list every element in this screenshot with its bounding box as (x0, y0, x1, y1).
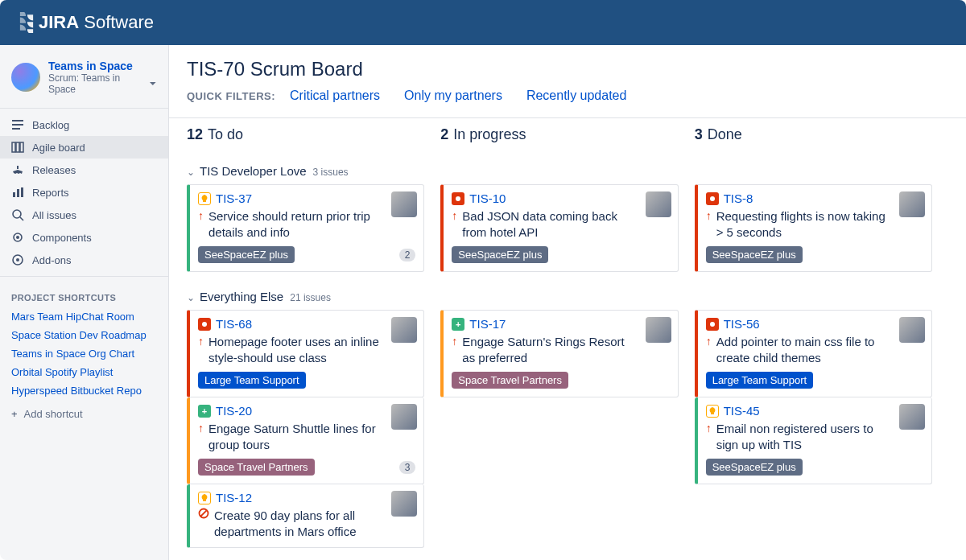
issue-key[interactable]: TIS-12 (216, 491, 252, 504)
divider (0, 276, 168, 277)
issue-summary: Homepage footer uses an inline style-sho… (208, 334, 415, 365)
epic-badge[interactable]: Large Team Support (198, 372, 306, 389)
assignee-avatar[interactable] (899, 404, 925, 430)
svg-rect-2 (12, 128, 20, 130)
svg-rect-0 (12, 120, 23, 121)
epic-badge[interactable]: SeeSpaceEZ plus (706, 459, 803, 476)
issue-card[interactable]: TIS-56↑Add pointer to main css file to c… (695, 310, 932, 397)
column: TIS-37↑Service should return prior trip … (187, 184, 440, 278)
sidebar: Teams in Space Scrum: Teams in Space Bac… (0, 45, 169, 560)
chevron-down-icon (149, 80, 157, 88)
jira-logo: JIRA Software (16, 12, 154, 33)
shortcut-link[interactable]: Mars Team HipChat Room (0, 307, 168, 326)
issue-key[interactable]: TIS-10 (469, 191, 506, 205)
issue-card[interactable]: TIS-10↑Bad JSON data coming back from ho… (440, 184, 678, 272)
issue-card[interactable]: TIS-37↑Service should return prior trip … (187, 184, 424, 272)
issue-card[interactable]: TIS-12Create 90 day plans for all depart… (187, 484, 424, 548)
issue-summary: Engage Saturn's Rings Resort as preferre… (462, 334, 669, 365)
epic-badge[interactable]: Space Travel Partners (452, 372, 568, 389)
sidebar-item-agile-board[interactable]: Agile board (0, 136, 168, 159)
issue-key[interactable]: TIS-68 (216, 317, 252, 331)
svg-rect-8 (17, 189, 19, 197)
swimlane-header[interactable]: ⌄TIS Developer Love3 issues (187, 164, 948, 178)
sidebar-item-components[interactable]: Components (0, 226, 168, 249)
svg-point-10 (13, 210, 21, 218)
issue-summary: Add pointer to main css file to create c… (716, 334, 923, 365)
svg-line-20 (200, 510, 207, 517)
shortcut-link[interactable]: Teams in Space Org Chart (0, 344, 168, 363)
app-header: JIRA Software (0, 0, 966, 45)
issue-key[interactable]: TIS-56 (724, 317, 760, 331)
svg-rect-6 (17, 166, 19, 169)
chart-icon (11, 186, 24, 199)
assignee-avatar[interactable] (646, 191, 671, 217)
issue-key[interactable]: TIS-37 (216, 191, 252, 205)
issue-card[interactable]: TIS-45↑Email non registered users to sig… (695, 397, 932, 484)
issue-summary: Engage Saturn Shuttle lines for group to… (208, 421, 415, 452)
project-header[interactable]: Teams in Space Scrum: Teams in Space (0, 55, 168, 103)
project-name: Teams in Space (48, 60, 157, 72)
board-title: TIS-70 Scrum Board (187, 58, 948, 80)
issue-key[interactable]: TIS-45 (724, 404, 760, 418)
idea-icon (198, 492, 211, 504)
board-main: TIS-70 Scrum Board QUICK FILTERS: Critic… (169, 45, 966, 560)
assignee-avatar[interactable] (391, 491, 417, 517)
sidebar-item-all-issues[interactable]: All issues (0, 204, 168, 226)
assignee-avatar[interactable] (899, 317, 925, 343)
priority-high-icon: ↑ (198, 334, 204, 348)
sidebar-item-reports[interactable]: Reports (0, 181, 168, 204)
issue-card[interactable]: TIS-8↑Requesting flights is now taking >… (695, 184, 932, 272)
sidebar-item-releases[interactable]: Releases (0, 159, 168, 181)
svg-rect-7 (13, 192, 15, 197)
plus-icon: + (11, 408, 18, 420)
bug-icon (198, 318, 211, 331)
shortcuts-heading: PROJECT SHORTCUTS (0, 282, 168, 307)
shortcut-link[interactable]: Orbital Spotify Playlist (0, 363, 168, 381)
assignee-avatar[interactable] (391, 404, 417, 430)
sidebar-item-add-ons[interactable]: Add-ons (0, 249, 168, 271)
column: TIS-8↑Requesting flights is now taking >… (695, 184, 948, 278)
issue-card[interactable]: +TIS-20↑Engage Saturn Shuttle lines for … (187, 397, 424, 484)
issue-key[interactable]: TIS-17 (469, 317, 506, 331)
issue-key[interactable]: TIS-20 (216, 404, 252, 418)
quick-filters-label: QUICK FILTERS: (187, 90, 275, 102)
priority-high-icon: ↑ (198, 421, 204, 435)
subtask-count: 3 (399, 461, 416, 474)
epic-badge[interactable]: Space Travel Partners (198, 459, 315, 476)
shortcut-link[interactable]: Hyperspeed Bitbucket Repo (0, 381, 168, 400)
issue-card[interactable]: TIS-68↑Homepage footer uses an inline st… (187, 310, 424, 397)
ship-icon (11, 163, 24, 176)
epic-badge[interactable]: SeeSpaceEZ plus (198, 246, 295, 263)
assignee-avatar[interactable] (899, 191, 925, 217)
swimlane-header[interactable]: ⌄Everything Else21 issues (187, 290, 948, 303)
column-header: 12To do (187, 126, 424, 143)
quick-filter[interactable]: Only my partners (404, 89, 502, 102)
assignee-avatar[interactable] (646, 317, 671, 343)
sidebar-item-backlog[interactable]: Backlog (0, 113, 168, 136)
quick-filter[interactable]: Recently updated (526, 89, 627, 102)
project-subtitle: Scrum: Teams in Space (48, 72, 157, 95)
shortcut-link[interactable]: Space Station Dev Roadmap (0, 326, 168, 344)
divider (0, 108, 168, 109)
svg-rect-9 (21, 187, 23, 197)
issue-key[interactable]: TIS-8 (724, 191, 753, 205)
column: TIS-68↑Homepage footer uses an inline st… (187, 310, 440, 554)
add-shortcut-button[interactable]: + Add shortcut (0, 400, 168, 428)
idea-icon (198, 192, 211, 205)
issue-card[interactable]: +TIS-17↑Engage Saturn's Rings Resort as … (440, 310, 678, 397)
assignee-avatar[interactable] (391, 191, 417, 217)
epic-badge[interactable]: Large Team Support (706, 372, 814, 389)
addon-icon (11, 253, 24, 266)
epic-badge[interactable]: SeeSpaceEZ plus (452, 246, 548, 263)
chevron-down-icon: ⌄ (187, 292, 195, 303)
priority-high-icon: ↑ (452, 334, 457, 348)
bug-icon (706, 192, 719, 205)
quick-filter[interactable]: Critical partners (290, 89, 380, 102)
assignee-avatar[interactable] (391, 317, 417, 343)
svg-point-13 (16, 236, 19, 239)
idea-icon (706, 405, 719, 418)
jira-logo-icon (16, 12, 37, 33)
gear-icon (11, 231, 24, 244)
priority-high-icon: ↑ (198, 208, 204, 223)
epic-badge[interactable]: SeeSpaceEZ plus (706, 246, 803, 263)
